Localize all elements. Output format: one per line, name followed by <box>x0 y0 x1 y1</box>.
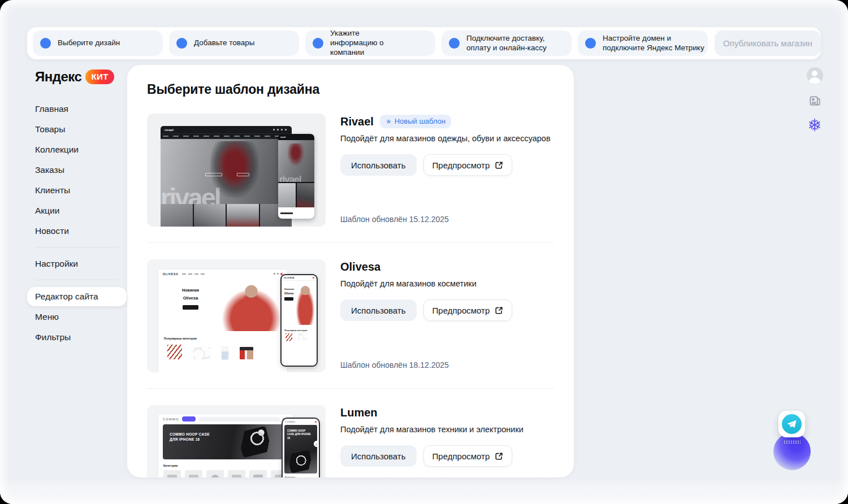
sidebar-item-news[interactable]: Новости <box>27 221 127 241</box>
step-company-info[interactable]: Укажите информацию о компании <box>305 31 435 56</box>
sidebar-item-orders[interactable]: Заказы <box>27 160 127 180</box>
bottom-fade <box>0 477 848 504</box>
row-divider <box>147 388 554 389</box>
external-link-icon <box>495 306 503 315</box>
right-rail <box>806 67 823 132</box>
snowflake-icon[interactable] <box>808 118 821 132</box>
step-indicator-icon <box>585 38 596 49</box>
template-description: Подойдёт для магазинов косметики <box>340 279 554 288</box>
product-bottle <box>222 346 228 359</box>
sidebar-item-settings[interactable]: Настройки <box>27 254 127 273</box>
template-description: Подойдёт для магазинов техники и электро… <box>340 425 554 434</box>
sidebar-item-home[interactable]: Главная <box>27 99 127 119</box>
use-template-button[interactable]: Использовать <box>340 299 417 321</box>
step-domain-metrica[interactable]: Настройте домен и подключите Яндекс Метр… <box>578 31 708 56</box>
banner-title: COMMO HOOP CASE ДЛЯ IPHONE 16 <box>170 432 211 442</box>
product-jars <box>193 347 210 359</box>
step-label: Укажите информацию о компании <box>330 29 405 58</box>
olivesa-hero: Новинки Olivesa <box>158 278 287 331</box>
sidebar-divider <box>35 280 119 280</box>
template-name: Olivesa <box>340 260 380 273</box>
product-polishes <box>240 347 253 359</box>
catalog-button <box>182 416 196 422</box>
telegram-widget-button[interactable] <box>778 411 805 437</box>
assistant-blob-button[interactable] <box>773 433 811 470</box>
step-label: Настройте домен и подключите Яндекс Метр… <box>603 34 704 53</box>
step-add-products[interactable]: Добавьте товары <box>169 31 299 56</box>
sidebar-divider <box>35 247 119 247</box>
hero-model-photo <box>214 280 286 331</box>
nav-links <box>182 273 207 275</box>
template-info: Rivael ★ Новый шаблон Подойдёт для магаз… <box>340 114 554 227</box>
page-title: Выберите шаблон дизайна <box>147 82 554 97</box>
rivael-nav-bar <box>161 133 292 138</box>
telegram-icon <box>782 414 802 434</box>
olivesa-desktop-mockup: OLIVESA Новинки Olivesa Популярные катег… <box>158 270 287 372</box>
preview-template-button[interactable]: Предпросмотр <box>423 445 513 467</box>
hero-chip <box>237 173 249 176</box>
preview-template-button[interactable]: Предпросмотр <box>423 154 513 176</box>
template-row-olivesa: OLIVESA Новинки Olivesa Популярные катег… <box>147 259 554 372</box>
sidebar-item-clients[interactable]: Клиенты <box>27 181 127 200</box>
template-preview-lumen-image: COMMO COMMO HOOP CASE ДЛЯ IPHONE 16 ‹ Ка… <box>147 405 326 477</box>
row-divider <box>147 242 554 243</box>
template-preview-rivael-image: rivael rivael <box>147 114 326 227</box>
header-icons <box>274 273 283 275</box>
tile-headphones <box>206 470 224 477</box>
user-avatar[interactable] <box>807 67 823 84</box>
tile-charger <box>249 470 267 477</box>
step-choose-design[interactable]: Выберите дизайн <box>33 31 163 56</box>
step-indicator-icon <box>176 38 187 49</box>
rivael-desktop-mockup: rivael rivael <box>161 126 292 227</box>
lumen-promo-banner: COMMO HOOP CASE ДЛЯ IPHONE 16 ‹ <box>163 424 288 459</box>
star-icon: ★ <box>386 118 392 125</box>
hero-title: Новинки <box>182 288 199 292</box>
preview-button-label: Предпросмотр <box>432 451 490 461</box>
rivael-hero-image: rivael <box>161 139 292 204</box>
external-link-icon <box>495 452 503 460</box>
sidebar-item-menu[interactable]: Меню <box>27 307 127 327</box>
template-row-rivael: rivael rivael <box>147 114 554 227</box>
rivael-gallery-thumbnails <box>161 204 292 227</box>
yandex-kit-logo[interactable]: Яндекс КИТ <box>27 69 127 85</box>
step-indicator-icon <box>313 38 323 49</box>
template-name: Rivael <box>340 115 374 128</box>
onboarding-stepper-bar: Выберите дизайн Добавьте товары Укажите … <box>27 27 821 59</box>
template-description: Подойдёт для магазинов одежды, обуви и а… <box>340 134 554 143</box>
badge-label: Новый шаблон <box>395 117 445 125</box>
section-title: Категории <box>163 464 293 467</box>
step-indicator-icon <box>449 38 460 49</box>
category-tiles <box>158 470 293 477</box>
product-brushes <box>167 345 182 359</box>
preview-template-button[interactable]: Предпросмотр <box>423 299 513 321</box>
rivael-site-logo: rivael <box>165 128 174 132</box>
hero-chip <box>205 173 222 176</box>
hero-figure <box>210 141 259 198</box>
step-label: Добавьте товары <box>194 38 254 48</box>
use-template-button[interactable]: Использовать <box>340 154 417 176</box>
sidebar-item-products[interactable]: Товары <box>27 120 127 139</box>
new-template-badge: ★ Новый шаблон <box>380 115 451 128</box>
sidebar-item-collections[interactable]: Коллекции <box>27 140 127 159</box>
olivesa-site-logo: OLIVESA <box>163 272 179 276</box>
step-label: Выберите дизайн <box>58 38 120 48</box>
use-template-button[interactable]: Использовать <box>340 445 417 467</box>
hero-subtitle: Olivesa <box>182 296 199 301</box>
template-row-lumen: COMMO COMMO HOOP CASE ДЛЯ IPHONE 16 ‹ Ка… <box>147 405 554 477</box>
lumen-site-logo: COMMO <box>163 418 179 421</box>
preview-button-label: Предпросмотр <box>432 160 490 170</box>
phone-case-photo <box>237 425 272 458</box>
sidebar-item-promos[interactable]: Акции <box>27 201 127 220</box>
sidebar-item-filters[interactable]: Фильтры <box>27 328 127 347</box>
step-delivery-payment[interactable]: Подключите доставку, оплату и онлайн-кас… <box>442 31 572 56</box>
sidebar-item-site-editor[interactable]: Редактор сайта <box>27 287 127 306</box>
news-feed-icon[interactable] <box>808 94 821 107</box>
step-label: Подключите доставку, оплату и онлайн-кас… <box>466 34 551 53</box>
lumen-desktop-mockup: COMMO COMMO HOOP CASE ДЛЯ IPHONE 16 ‹ Ка… <box>158 414 293 477</box>
app-window: Выберите дизайн Добавьте товары Укажите … <box>0 0 848 504</box>
publish-store-button[interactable]: Опубликовать магазин <box>715 31 821 56</box>
preview-button-label: Предпросмотр <box>432 306 490 315</box>
template-updated: Шаблон обновлён 18.12.2025 <box>340 360 554 370</box>
header-icons <box>273 129 288 131</box>
template-preview-olivesa-image: OLIVESA Новинки Olivesa Популярные катег… <box>147 259 326 372</box>
